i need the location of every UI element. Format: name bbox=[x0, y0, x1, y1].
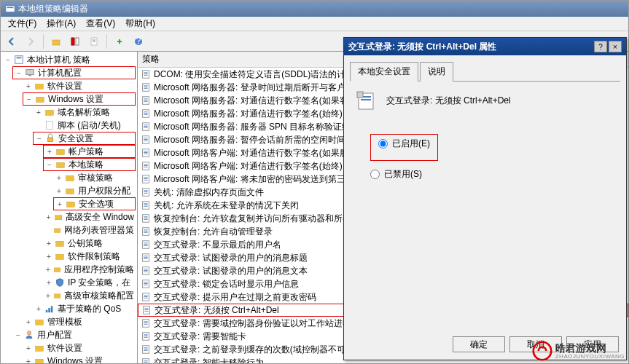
dialog-titlebar[interactable]: 交互式登录: 无须按 Ctrl+Alt+Del 属性 ? × bbox=[344, 38, 626, 55]
policy-item-label: Microsoft 网络服务器: 对通信进行数字签名(始终) bbox=[154, 108, 343, 120]
svg-rect-63 bbox=[144, 154, 147, 154]
help-button[interactable]: ? bbox=[130, 33, 146, 50]
tree-scripts[interactable]: 脚本 (启动/关机) bbox=[33, 119, 136, 132]
policy-name-label: 交互式登录: 无须按 Ctrl+Alt+Del bbox=[386, 95, 511, 107]
svg-rect-66 bbox=[144, 165, 147, 166]
svg-rect-89 bbox=[144, 242, 147, 243]
policy-item-icon bbox=[141, 357, 151, 363]
svg-rect-47 bbox=[144, 101, 147, 102]
svg-rect-31 bbox=[36, 320, 44, 325]
svg-rect-18 bbox=[57, 162, 65, 167]
policy-item-icon bbox=[141, 279, 151, 289]
svg-rect-86 bbox=[144, 231, 147, 232]
export-button[interactable] bbox=[86, 33, 102, 50]
tab-content: 交互式登录: 无须按 Ctrl+Alt+Del 已启用(E) 已禁用(S) bbox=[350, 82, 620, 329]
svg-rect-70 bbox=[144, 178, 147, 179]
tree-ip-security[interactable]: +IP 安全策略，在 bbox=[43, 276, 136, 289]
policy-item-icon bbox=[141, 213, 151, 223]
policy-item-label: Microsoft 网络服务器: 暂停会话前所需的空闲时间数量 bbox=[154, 134, 363, 146]
tree-advanced-security[interactable]: +高级安全 Window bbox=[43, 210, 136, 223]
tree-software-settings[interactable]: +软件设置 bbox=[23, 79, 136, 92]
tree-public-key[interactable]: +公钥策略 bbox=[43, 237, 136, 250]
svg-rect-38 bbox=[144, 74, 147, 74]
tree-root[interactable]: − 本地计算机 策略 bbox=[2, 53, 136, 66]
menu-view[interactable]: 查看(V) bbox=[82, 16, 120, 31]
tree-user-windows[interactable]: +Windows 设置 bbox=[23, 355, 136, 363]
watermark-url: ZHAOJUNYOUXIWANG bbox=[555, 353, 625, 360]
svg-rect-117 bbox=[144, 334, 147, 335]
svg-rect-19 bbox=[66, 175, 74, 181]
svg-rect-17 bbox=[57, 149, 65, 154]
policy-header: 交互式登录: 无须按 Ctrl+Alt+Del bbox=[356, 89, 614, 112]
svg-rect-25 bbox=[56, 254, 64, 259]
menu-help[interactable]: 帮助(H) bbox=[121, 16, 160, 31]
script-icon bbox=[44, 120, 55, 130]
policy-item-icon bbox=[141, 240, 151, 250]
svg-rect-69 bbox=[144, 177, 147, 178]
properties-button[interactable] bbox=[112, 33, 128, 50]
dialog-help-button[interactable]: ? bbox=[594, 41, 607, 52]
up-button[interactable] bbox=[48, 33, 64, 50]
radio-disabled-row[interactable]: 已禁用(S) bbox=[370, 168, 614, 181]
forward-button[interactable] bbox=[23, 33, 39, 50]
tab-local-security[interactable]: 本地安全设置 bbox=[350, 62, 418, 82]
tree-software-restrict[interactable]: +软件限制策略 bbox=[43, 250, 136, 263]
svg-rect-55 bbox=[144, 127, 147, 128]
tree-app-control[interactable]: +应用程序控制策略 bbox=[43, 263, 136, 276]
tree-account-policies[interactable]: +帐户策略 bbox=[43, 145, 136, 158]
tab-explain[interactable]: 说明 bbox=[420, 62, 453, 82]
radio-enabled-row[interactable]: 已启用(E) bbox=[378, 138, 430, 150]
tree-net-list-manager[interactable]: 网络列表管理器策 bbox=[43, 223, 136, 237]
tree-windows-settings[interactable]: −Windows 设置 bbox=[23, 92, 136, 106]
radio-disabled[interactable] bbox=[370, 170, 380, 179]
watermark-name: 晧君游戏网 bbox=[555, 343, 625, 353]
svg-rect-119 bbox=[144, 337, 147, 338]
svg-rect-54 bbox=[144, 126, 147, 127]
tree-user-rights[interactable]: +用户权限分配 bbox=[53, 184, 136, 197]
ok-button[interactable]: 确定 bbox=[453, 336, 505, 352]
tree-security-settings[interactable]: −安全设置 bbox=[33, 132, 136, 145]
tree-user-software[interactable]: +软件设置 bbox=[23, 341, 136, 355]
svg-rect-73 bbox=[144, 190, 147, 191]
tree-pane[interactable]: − 本地计算机 策略 − 计算机配置 +软件设置 −Windows 设置 +域名 bbox=[1, 52, 138, 363]
policy-item-icon bbox=[141, 69, 151, 79]
tree-qos[interactable]: +基于策略的 QoS bbox=[33, 302, 136, 315]
svg-rect-46 bbox=[144, 100, 147, 100]
show-hide-button[interactable] bbox=[67, 33, 83, 50]
svg-rect-78 bbox=[144, 205, 147, 205]
policy-item-icon bbox=[141, 318, 151, 328]
tree-audit-policy[interactable]: +审核策略 bbox=[53, 171, 136, 184]
svg-rect-1 bbox=[7, 7, 14, 8]
svg-rect-4 bbox=[76, 38, 79, 45]
tree-computer-config[interactable]: − 计算机配置 bbox=[12, 66, 136, 79]
folder-icon bbox=[44, 107, 55, 117]
tree-admin-templates[interactable]: +管理模板 bbox=[23, 315, 136, 328]
radio-group: 已启用(E) bbox=[370, 134, 438, 161]
qos-icon bbox=[44, 304, 55, 314]
shield-icon bbox=[55, 277, 65, 288]
tree-security-options[interactable]: +安全选项 bbox=[53, 197, 136, 210]
tree-name-resolution[interactable]: +域名解析策略 bbox=[33, 106, 136, 119]
policy-item-icon bbox=[141, 292, 151, 302]
tree-advanced-audit[interactable]: +高级审核策略配置 bbox=[43, 289, 136, 302]
svg-rect-57 bbox=[144, 138, 147, 138]
tree-local-policies[interactable]: −本地策略 bbox=[43, 158, 136, 171]
svg-rect-3 bbox=[71, 38, 74, 45]
svg-rect-37 bbox=[144, 72, 147, 73]
tree-user-config[interactable]: −用户配置 bbox=[12, 328, 136, 341]
svg-rect-94 bbox=[144, 257, 147, 258]
menu-action[interactable]: 操作(A) bbox=[42, 16, 80, 31]
menu-file[interactable]: 文件(F) bbox=[4, 16, 41, 31]
svg-rect-0 bbox=[6, 6, 15, 12]
dialog-close-button[interactable]: × bbox=[609, 41, 622, 52]
svg-rect-33 bbox=[36, 346, 44, 351]
svg-rect-103 bbox=[144, 285, 147, 285]
policy-item-icon bbox=[141, 226, 151, 237]
tab-strip: 本地安全设置 说明 bbox=[350, 61, 620, 82]
policy-item-label: Microsoft 网络服务器: 对通信进行数字签名(如果客户 bbox=[154, 95, 357, 107]
radio-enabled[interactable] bbox=[378, 139, 388, 149]
svg-rect-53 bbox=[144, 124, 147, 125]
back-button[interactable] bbox=[4, 33, 20, 50]
policy-item-icon bbox=[141, 187, 151, 197]
folder-icon bbox=[66, 199, 76, 209]
